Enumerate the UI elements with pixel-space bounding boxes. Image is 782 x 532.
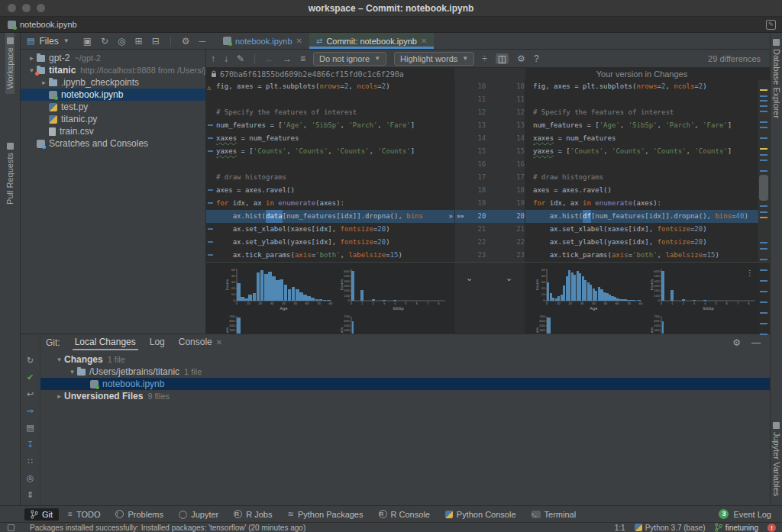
tree-item-gpt-2[interactable]: ▸gpt-2~/gpt-2 bbox=[21, 52, 205, 64]
preview-diff-icon[interactable]: ▤ bbox=[26, 423, 34, 433]
git-tab-log[interactable]: Log bbox=[143, 335, 172, 350]
tool-window-button-python-packages[interactable]: ≋Python Packages bbox=[281, 508, 369, 521]
stripe-mark[interactable] bbox=[760, 248, 767, 250]
diff-right-line-12[interactable]: # Specify the features of interest bbox=[525, 106, 758, 119]
close-icon[interactable]: ✕ bbox=[421, 37, 427, 45]
diff-right-line-13[interactable]: num_features = ['Age', 'SibSp', 'Parch',… bbox=[525, 119, 758, 132]
synchronize-scrolling-icon[interactable]: ◫ bbox=[496, 53, 509, 64]
stripe-mark[interactable] bbox=[760, 105, 767, 107]
notifications-badge[interactable]: ! bbox=[767, 524, 776, 532]
stripe-mark[interactable] bbox=[760, 291, 767, 292]
collapse-all-icon[interactable]: ⊟ bbox=[152, 36, 160, 47]
diff-right-line-17[interactable]: # draw histograms bbox=[525, 171, 758, 184]
tree-item-scratches-and-consoles[interactable]: Scratches and Consoles bbox=[21, 137, 205, 150]
expand-all-icon[interactable]: ⇕ bbox=[27, 490, 34, 500]
stripe-mark[interactable] bbox=[760, 121, 767, 123]
diff-left-line-22[interactable]: ax.set_ylabel(yaxes[idx], fontsize=20) bbox=[206, 236, 454, 249]
help-icon[interactable]: ? bbox=[534, 53, 539, 64]
diff-left-line-10[interactable]: ⚠fig, axes = plt.subplots(nrows=2, ncols… bbox=[206, 80, 454, 93]
stripe-mark[interactable] bbox=[760, 242, 767, 243]
stripe-mark[interactable] bbox=[760, 154, 767, 156]
tool-window-button-todo[interactable]: ≡TODO bbox=[62, 508, 106, 521]
diff-right-line-16[interactable] bbox=[525, 158, 758, 171]
diff-left-pane[interactable]: ⚠fig, axes = plt.subplots(nrows=2, ncols… bbox=[206, 80, 454, 262]
hide-icon[interactable]: — bbox=[751, 337, 761, 348]
stripe-mark[interactable] bbox=[760, 111, 767, 112]
diff-left-line-23[interactable]: ax.tick_params(axis='both', labelsize=15… bbox=[206, 249, 454, 262]
diff-left-line-15[interactable]: yaxes = ['Counts', 'Counts', 'Counts', '… bbox=[206, 145, 454, 158]
tool-window-switcher-icon[interactable] bbox=[8, 524, 15, 531]
editor-tab[interactable]: notebook.ipynb✕ bbox=[216, 33, 309, 49]
collapse-unchanged-icon[interactable]: ÷ bbox=[482, 53, 487, 64]
tool-window-button-jupyter[interactable]: ◯Jupyter bbox=[173, 508, 225, 521]
close-icon[interactable]: ✕ bbox=[216, 338, 222, 347]
diff-right-line-14[interactable]: xaxes = num_features bbox=[525, 132, 758, 145]
refresh-icon[interactable]: ↻ bbox=[101, 36, 108, 47]
git-tree-item-unversioned-files[interactable]: ▸Unversioned Files9 files bbox=[40, 390, 770, 402]
close-icon[interactable]: ✕ bbox=[296, 37, 302, 45]
diff-right-line-19[interactable]: for idx, ax in enumerate(axes): bbox=[525, 197, 758, 210]
caret-position[interactable]: 1:1 bbox=[615, 524, 625, 532]
tree-item-titanic-py[interactable]: titanic.py bbox=[21, 113, 205, 125]
expand-all-icon[interactable]: ⊞ bbox=[135, 36, 143, 47]
error-stripe[interactable] bbox=[758, 80, 770, 262]
tree-chevron-icon[interactable]: ▸ bbox=[54, 392, 64, 400]
ignore-policy-select[interactable]: Do not ignore ▼ bbox=[313, 52, 386, 66]
tree-item-titanic[interactable]: ▾titanichttp://localhost:8888 from /User… bbox=[21, 64, 205, 76]
diff-right-line-15[interactable]: yaxes = ['Counts', 'Counts', 'Counts', '… bbox=[525, 145, 758, 158]
new-tab-icon[interactable]: ✎ bbox=[766, 20, 776, 30]
editor-tab[interactable]: ⇄Commit: notebook.ipynb✕ bbox=[309, 33, 434, 49]
git-branch-selector[interactable]: finetuning bbox=[715, 523, 758, 532]
jump-to-source-icon[interactable]: ✎ bbox=[237, 53, 244, 64]
interpreter-selector[interactable]: Python 3.7 (base) bbox=[635, 524, 706, 532]
stripe-mark[interactable] bbox=[760, 89, 767, 91]
editor-settings-icon[interactable]: ⚙ bbox=[517, 53, 525, 64]
files-dropdown[interactable]: ▤ Files ▼ bbox=[21, 33, 76, 49]
tree-chevron-icon[interactable]: ▸ bbox=[27, 54, 37, 62]
stripe-mark[interactable] bbox=[760, 269, 767, 271]
tool-button-jupyter-variables[interactable]: Jupyter Variables bbox=[772, 418, 781, 501]
tree-item-notebook-ipynb[interactable]: notebook.ipynb bbox=[21, 89, 205, 101]
tool-window-button-terminal[interactable]: >_Terminal bbox=[525, 508, 583, 521]
diff-right-line-23[interactable]: ax.tick_params(axis='both', labelsize=15… bbox=[525, 249, 758, 262]
next-difference-icon[interactable]: ↓ bbox=[224, 53, 228, 64]
diff-right-pane[interactable]: fig, axes = plt.subplots(nrows=2, ncols=… bbox=[525, 80, 758, 262]
tree-item-train-csv[interactable]: train.csv bbox=[21, 125, 205, 137]
diff-left-line-20[interactable]: ax.hist(data[num_features[idx]].dropna()… bbox=[206, 210, 454, 223]
diff-right-line-22[interactable]: ax.set_ylabel(yaxes[idx], fontsize=20) bbox=[525, 236, 758, 249]
diff-left-line-19[interactable]: for idx, ax in enumerate(axes): bbox=[206, 197, 454, 210]
locate-icon[interactable]: ◎ bbox=[118, 36, 125, 47]
stripe-mark[interactable] bbox=[760, 137, 767, 139]
stripe-mark[interactable] bbox=[760, 217, 767, 218]
stripe-mark[interactable] bbox=[760, 160, 767, 161]
git-tab-console[interactable]: Console✕ bbox=[172, 335, 229, 350]
git-tree-item-changes[interactable]: ▾Changes1 file bbox=[40, 353, 770, 366]
tool-button-database-explorer[interactable]: Database Explorer bbox=[772, 34, 781, 123]
tree-item-test-py[interactable]: test.py bbox=[21, 101, 205, 113]
stripe-mark[interactable] bbox=[760, 127, 767, 128]
git-tree-item-notebook-ipynb[interactable]: notebook.ipynb bbox=[40, 378, 770, 390]
tool-window-button-problems[interactable]: !Problems bbox=[109, 508, 169, 521]
diff-right-line-11[interactable] bbox=[525, 93, 758, 106]
commit-icon[interactable]: ✔ bbox=[27, 372, 34, 382]
kebab-menu-icon[interactable]: ⋮ bbox=[746, 269, 754, 277]
tree-chevron-icon[interactable]: ▸ bbox=[39, 79, 49, 86]
stripe-mark[interactable] bbox=[760, 205, 767, 207]
stripe-mark[interactable] bbox=[760, 301, 767, 303]
diff-right-line-18[interactable]: axes = axes.ravel() bbox=[525, 184, 758, 197]
diff-left-line-17[interactable]: # draw histograms bbox=[206, 171, 454, 184]
stripe-mark[interactable] bbox=[760, 280, 767, 282]
stripe-mark[interactable] bbox=[760, 312, 767, 314]
diff-left-line-13[interactable]: num_features = ['Age', 'SibSp', 'Parch',… bbox=[206, 119, 454, 132]
hide-icon[interactable]: ─ bbox=[199, 36, 205, 47]
stripe-mark[interactable] bbox=[760, 323, 767, 324]
diff-left-line-18[interactable]: axes = axes.ravel() bbox=[206, 184, 454, 197]
diff-right-line-10[interactable]: fig, axes = plt.subplots(nrows=2, ncols=… bbox=[525, 80, 758, 93]
tool-button-workspace[interactable]: Workspace bbox=[5, 33, 15, 94]
tree-item--ipynb-checkpoints[interactable]: ▸.ipynb_checkpoints bbox=[21, 76, 205, 89]
diff-right-line-20[interactable]: ax.hist(df[num_features[idx]].dropna(), … bbox=[525, 210, 758, 223]
previous-difference-icon[interactable]: ↑ bbox=[211, 53, 215, 64]
compare-next-file-icon[interactable]: → bbox=[283, 53, 292, 64]
collapse-region-icon[interactable]: ⌄ bbox=[506, 273, 512, 283]
diff-left-line-21[interactable]: ax.set_xlabel(xaxes[idx], fontsize=20) bbox=[206, 223, 454, 236]
